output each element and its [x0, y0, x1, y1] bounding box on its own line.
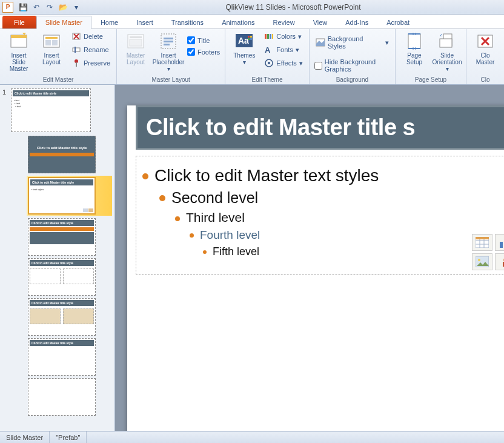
- footers-checkbox[interactable]: Footers: [186, 47, 221, 57]
- insert-placeholder-label: Insert Placeholder ▾: [153, 52, 185, 72]
- qat-customize-icon[interactable]: ▾: [70, 1, 82, 13]
- delete-button[interactable]: Delete: [69, 30, 113, 42]
- layout-thumb-6[interactable]: Click to edit Master title style: [28, 338, 112, 376]
- svg-rect-22: [248, 38, 250, 40]
- svg-rect-21: [250, 36, 252, 38]
- effects-icon: [264, 58, 274, 68]
- insert-slide-master-button[interactable]: Insert Slide Master: [4, 30, 34, 73]
- layout-thumb-4[interactable]: Click to edit Master title style: [28, 258, 112, 296]
- content-placeholder[interactable]: Click to edit Master text styles Second …: [136, 156, 504, 275]
- group-close: Clo Master Clo: [466, 29, 504, 84]
- title-placeholder[interactable]: Click to edit Master title s: [136, 105, 504, 150]
- svg-rect-32: [408, 34, 420, 48]
- tab-file[interactable]: File: [2, 16, 36, 28]
- insert-placeholder-button[interactable]: Insert Placeholder ▾: [153, 30, 184, 73]
- master-number: 1: [2, 88, 8, 96]
- workspace: 1 Click to edit Master title style• text…: [0, 85, 504, 431]
- bullet-icon: [159, 195, 165, 201]
- fonts-button[interactable]: AFonts ▾: [262, 44, 305, 56]
- layout-thumb-5[interactable]: Click to edit Master title style: [28, 298, 112, 336]
- tab-addins[interactable]: Add-Ins: [336, 16, 377, 28]
- group-background-label: Background: [313, 75, 391, 84]
- background-styles-button[interactable]: Background Styles ▾: [313, 34, 391, 51]
- insert-clipart-icon[interactable]: [495, 253, 504, 270]
- insert-table-icon[interactable]: [472, 234, 492, 251]
- status-mode: Slide Master: [0, 431, 50, 443]
- layout-thumb-1[interactable]: Click to edit Master title style: [28, 136, 112, 173]
- group-page-setup: Page Setup Slide Orientation ▾ Page Setu…: [396, 29, 466, 84]
- qat-redo-icon[interactable]: ↷: [44, 1, 56, 13]
- page-setup-icon: [405, 32, 424, 51]
- svg-text:Aa: Aa: [238, 36, 249, 45]
- title-checkbox[interactable]: Title: [186, 35, 221, 45]
- effects-label: Effects: [276, 59, 296, 67]
- bullet-icon: [203, 250, 207, 254]
- svg-rect-26: [270, 34, 271, 39]
- orientation-button[interactable]: Slide Orientation ▾: [432, 30, 462, 73]
- themes-button[interactable]: Aa Themes▾: [229, 30, 259, 67]
- svg-rect-16: [164, 41, 173, 42]
- tab-insert[interactable]: Insert: [127, 16, 162, 28]
- level2-text: Second level: [171, 189, 258, 207]
- effects-button[interactable]: Effects ▾: [262, 57, 305, 69]
- level1-text: Click to edit Master text styles: [154, 166, 379, 185]
- insert-layout-button[interactable]: Insert Layout: [36, 30, 67, 67]
- svg-text:A: A: [265, 45, 271, 55]
- qat-undo-icon[interactable]: ↶: [30, 1, 42, 13]
- thumbnail-pane[interactable]: 1 Click to edit Master title style• text…: [0, 85, 115, 431]
- close-master-button[interactable]: Clo Master: [470, 30, 500, 67]
- tab-review[interactable]: Review: [264, 16, 304, 28]
- slide-master-icon: [9, 32, 28, 51]
- title-text: Click to edit Master title s: [146, 115, 504, 141]
- title-checkbox-label: Title: [197, 37, 210, 44]
- insert-chart-icon[interactable]: [495, 234, 504, 251]
- bullet-icon: [175, 216, 180, 221]
- layout-thumb-3[interactable]: Click to edit Master title style: [28, 218, 112, 256]
- preserve-icon: [71, 58, 81, 68]
- svg-rect-8: [75, 47, 76, 53]
- page-setup-button[interactable]: Page Setup: [399, 30, 429, 67]
- svg-point-30: [268, 62, 270, 64]
- preserve-label: Preserve: [84, 59, 110, 67]
- close-master-label: Clo Master: [476, 52, 495, 65]
- qat-open-icon[interactable]: 📂: [57, 1, 69, 13]
- svg-rect-25: [267, 34, 269, 39]
- insert-picture-icon[interactable]: [472, 253, 492, 270]
- layout-thumb-2-selected[interactable]: Click to edit Master title style• text s…: [27, 176, 112, 216]
- svg-rect-10: [76, 62, 77, 67]
- master-layout-button[interactable]: Master Layout: [121, 30, 151, 67]
- rename-button[interactable]: Rename: [69, 44, 113, 56]
- tab-acrobat[interactable]: Acrobat: [377, 16, 419, 28]
- group-edit-master-label: Edit Master: [4, 75, 113, 84]
- footers-checkbox-label: Footers: [197, 48, 220, 56]
- svg-rect-7: [73, 48, 80, 52]
- tab-animations[interactable]: Animations: [213, 16, 264, 28]
- bg-styles-label: Background Styles: [328, 35, 383, 50]
- hide-bg-checkbox[interactable]: Hide Background Graphics: [313, 57, 391, 74]
- thumb-title: Click to edit Master title style: [13, 90, 89, 96]
- layout-thumb-7[interactable]: [28, 378, 112, 416]
- themes-label: Themes▾: [233, 52, 255, 65]
- tab-view[interactable]: View: [304, 16, 337, 28]
- fonts-icon: A: [264, 45, 274, 55]
- svg-rect-13: [130, 39, 142, 46]
- colors-button[interactable]: Colors ▾: [262, 30, 305, 42]
- master-layout-icon: [126, 32, 145, 51]
- ribbon-tabs: File Slide Master Home Insert Transition…: [0, 15, 504, 29]
- master-thumbnail[interactable]: 1 Click to edit Master title style• text…: [2, 88, 112, 132]
- group-background: Background Styles ▾ Hide Background Grap…: [310, 29, 396, 84]
- slide-canvas[interactable]: Click to edit Master title s Click to ed…: [115, 85, 504, 431]
- orientation-icon: [437, 32, 457, 51]
- preserve-button[interactable]: Preserve: [69, 57, 113, 69]
- slide[interactable]: Click to edit Master title s Click to ed…: [127, 105, 504, 431]
- tab-transitions[interactable]: Transitions: [162, 16, 213, 28]
- svg-rect-42: [500, 242, 503, 248]
- tab-slide-master[interactable]: Slide Master: [36, 16, 91, 29]
- svg-rect-20: [248, 36, 250, 38]
- level5-text: Fifth level: [213, 245, 259, 258]
- qat-save-icon[interactable]: 💾: [17, 1, 29, 13]
- svg-rect-17: [164, 44, 170, 45]
- status-bar: Slide Master "Prefab": [0, 431, 504, 443]
- delete-icon: [71, 32, 81, 41]
- tab-home[interactable]: Home: [91, 16, 127, 28]
